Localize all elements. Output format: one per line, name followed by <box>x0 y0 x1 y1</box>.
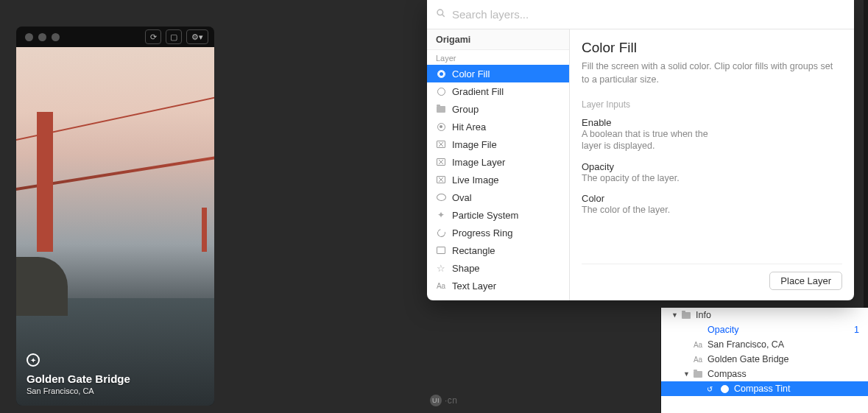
compass-icon: ✦ <box>27 353 40 367</box>
layer-type-item[interactable]: Gradient Fill <box>427 82 569 100</box>
layer-group-row[interactable]: ▼Info <box>661 308 868 322</box>
layer-type-item[interactable]: Group <box>427 100 569 118</box>
target-icon <box>436 121 446 132</box>
loop-icon: ↺ <box>705 384 715 393</box>
min-traffic-light[interactable] <box>38 33 46 41</box>
layer-label: Info <box>696 310 711 320</box>
circle-icon <box>436 86 446 96</box>
rectangle-icon <box>436 245 446 255</box>
layer-type-item[interactable]: Live Image <box>427 171 569 188</box>
search-bar <box>427 0 854 29</box>
preview-caption: ✦ Golden Gate Bridge San Francisco, CA <box>27 353 130 395</box>
reload-button[interactable]: ⟳ <box>145 29 161 44</box>
layer-label: San Francisco, CA <box>708 339 784 350</box>
layer-type-list[interactable]: Origami Layer Color FillGradient FillGro… <box>427 29 570 300</box>
disclosure-icon[interactable]: ▼ <box>671 311 678 319</box>
layer-label: Compass <box>708 369 747 379</box>
oval-icon <box>436 192 446 202</box>
progress-ring-icon <box>436 227 446 238</box>
layer-type-label: Color Fill <box>452 68 490 80</box>
watermark: UI ·cn <box>430 395 458 406</box>
layer-type-item[interactable]: Hit Area <box>427 118 569 135</box>
settings-button[interactable]: ⚙︎▾ <box>186 29 208 44</box>
layer-type-label: Group <box>452 104 479 115</box>
preview-toolbar: ⟳ ▢ ⚙︎▾ <box>145 29 208 44</box>
search-input[interactable] <box>452 8 845 21</box>
property-value[interactable]: 1 <box>854 325 868 335</box>
detail-section-header: Layer Inputs <box>582 99 842 110</box>
svg-point-0 <box>437 10 443 15</box>
star-icon: ☆ <box>436 263 446 273</box>
place-layer-button[interactable]: Place Layer <box>769 272 842 290</box>
layer-row[interactable]: ↺Compass Tint <box>661 381 868 396</box>
layer-panel[interactable]: ▼InfoOpacity1AaSan Francisco, CAAaGolden… <box>660 308 868 413</box>
preview-title: Golden Gate Bridge <box>27 373 130 385</box>
layer-type-item[interactable]: Image File <box>427 135 569 153</box>
circle-icon <box>719 384 730 393</box>
layer-type-item[interactable]: Image Layer <box>427 153 569 171</box>
layer-row[interactable]: AaSan Francisco, CA <box>661 337 868 352</box>
detail-title: Color Fill <box>582 40 842 56</box>
layer-property-row[interactable]: Opacity1 <box>661 322 868 337</box>
layer-type-item[interactable]: Rectangle <box>427 241 569 259</box>
image-icon <box>436 174 446 185</box>
preview-subtitle: San Francisco, CA <box>27 386 130 395</box>
image-icon <box>436 157 446 167</box>
layer-type-item[interactable]: AaText Layer <box>427 277 569 294</box>
circle-filled-icon <box>436 68 446 79</box>
layer-type-label: Hit Area <box>452 121 486 133</box>
layer-input-doc: EnableA boolean that is true when the la… <box>582 117 842 152</box>
camera-button[interactable]: ▢ <box>166 29 182 44</box>
layer-label: Opacity <box>708 325 738 335</box>
layer-type-label: Image File <box>452 139 497 150</box>
layer-row[interactable]: AaGolden Gate Bridge <box>661 352 868 367</box>
preview-titlebar: ⟳ ▢ ⚙︎▾ <box>16 27 214 47</box>
text-icon: Aa <box>436 280 446 291</box>
text-icon: Aa <box>693 340 703 349</box>
layer-type-label: Particle System <box>452 210 518 221</box>
layer-type-label: Gradient Fill <box>452 86 504 97</box>
layer-type-item[interactable]: Color Fill <box>427 65 569 82</box>
layer-label: Golden Gate Bridge <box>708 354 789 364</box>
layer-type-label: Shape <box>452 263 480 274</box>
layer-type-label: Progress Ring <box>452 227 512 239</box>
layer-type-label: Live Image <box>452 174 499 186</box>
disclosure-icon[interactable]: ▼ <box>683 370 690 378</box>
detail-description: Fill the screen with a solid color. Clip… <box>582 60 839 86</box>
svg-line-1 <box>442 15 445 17</box>
layer-detail-pane: Color Fill Fill the screen with a solid … <box>570 29 854 300</box>
search-icon <box>436 8 446 21</box>
layer-type-label: Text Layer <box>452 280 496 292</box>
layer-input-doc: OpacityThe opacity of the layer. <box>582 161 842 184</box>
layer-type-item[interactable]: Oval <box>427 188 569 206</box>
particle-icon: ✦ <box>436 210 446 220</box>
layer-picker-popover: Origami Layer Color FillGradient FillGro… <box>427 0 854 300</box>
category-label: Layer <box>427 50 569 65</box>
folder-icon <box>681 311 691 320</box>
image-icon <box>436 139 446 149</box>
layer-type-item[interactable]: Progress Ring <box>427 224 569 241</box>
close-traffic-light[interactable] <box>25 33 33 41</box>
folder-icon <box>693 370 703 378</box>
watermark-icon: UI <box>430 395 442 406</box>
section-header: Origami <box>427 29 569 50</box>
layer-label: Compass Tint <box>734 384 790 394</box>
layer-type-label: Rectangle <box>452 245 495 256</box>
layer-type-item[interactable]: ☆Shape <box>427 259 569 277</box>
layer-type-label: Oval <box>452 192 472 203</box>
layer-type-item[interactable]: ✦Particle System <box>427 206 569 224</box>
preview-window: ⟳ ▢ ⚙︎▾ ✦ Golden Gate Bridge San Francis… <box>16 27 214 406</box>
layer-type-label: Image Layer <box>452 157 505 168</box>
text-icon: Aa <box>693 355 703 364</box>
preview-canvas: ✦ Golden Gate Bridge San Francisco, CA <box>16 47 214 406</box>
traffic-lights <box>25 33 60 41</box>
max-traffic-light[interactable] <box>52 33 60 41</box>
layer-input-doc: ColorThe color of the layer. <box>582 193 842 216</box>
folder-icon <box>436 104 446 114</box>
layer-group-row[interactable]: ▼Compass <box>661 367 868 381</box>
